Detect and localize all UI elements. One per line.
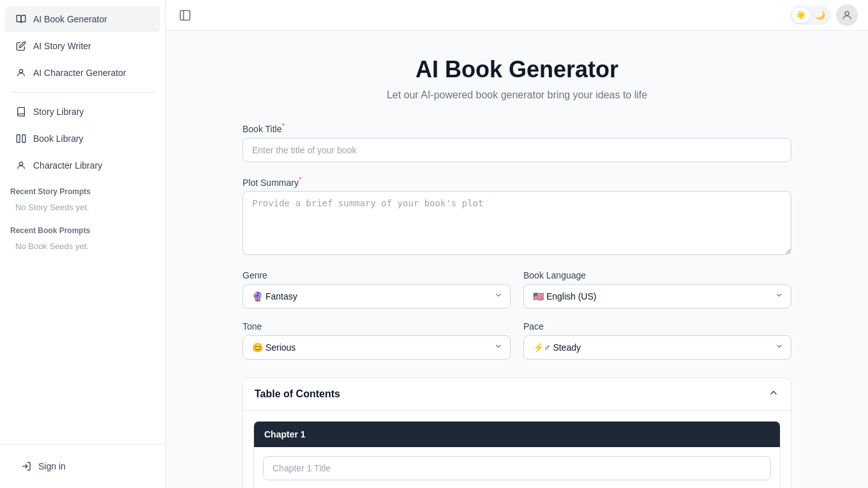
chapter-1-header: Chapter 1	[254, 422, 780, 447]
book-title-label: Book Title*	[243, 121, 791, 134]
light-mode-option[interactable]: ☀️	[792, 8, 810, 23]
sidebar: AI Book Generator AI Story Writer AI Cha…	[0, 0, 166, 488]
pencil-icon	[15, 40, 27, 52]
genre-language-row: Genre 🔮 Fantasy Book Language 🇺🇸 English…	[243, 270, 791, 309]
book-open-2-icon	[15, 133, 27, 144]
sidebar-item-label: AI Book Generator	[33, 14, 107, 24]
sign-in-label: Sign in	[38, 461, 66, 471]
pace-select[interactable]: ⚡♂ Steady	[523, 335, 791, 360]
sign-in-button[interactable]: Sign in	[10, 454, 155, 479]
genre-group: Genre 🔮 Fantasy	[243, 270, 511, 309]
main-content: AI Book Generator Let our AI-powered boo…	[230, 31, 804, 488]
book-icon	[15, 106, 27, 118]
plot-summary-input[interactable]	[243, 191, 791, 255]
sidebar-item-label: Character Library	[33, 160, 102, 171]
tone-select[interactable]: 😊 Serious	[243, 335, 511, 360]
svg-rect-1	[17, 135, 20, 142]
sidebar-item-ai-story-writer[interactable]: AI Story Writer	[5, 33, 160, 59]
dark-mode-option[interactable]: 🌙	[811, 8, 829, 23]
toc-title: Table of Contents	[255, 388, 340, 400]
sidebar-item-label: AI Story Writer	[33, 41, 91, 51]
genre-label: Genre	[243, 270, 511, 280]
topbar-left	[176, 6, 194, 24]
svg-rect-2	[22, 135, 26, 142]
user-circle-icon	[15, 67, 27, 79]
language-select-wrapper: 🇺🇸 English (US)	[523, 284, 791, 309]
book-language-group: Book Language 🇺🇸 English (US)	[523, 270, 791, 309]
pace-select-wrapper: ⚡♂ Steady	[523, 335, 791, 360]
plot-summary-group: Plot Summary*	[243, 175, 791, 258]
chapter-1-body	[254, 447, 780, 488]
topbar-right: ☀️ 🌙	[790, 4, 858, 26]
chapter-1-card: Chapter 1	[253, 421, 781, 488]
recent-story-prompts-label: Recent Story Prompts	[0, 179, 165, 199]
sidebar-toggle-button[interactable]	[176, 6, 194, 24]
language-select[interactable]: 🇺🇸 English (US)	[523, 284, 791, 309]
no-story-seeds-text: No Story Seeds yet.	[0, 199, 165, 218]
sidebar-item-story-library[interactable]: Story Library	[5, 99, 160, 125]
theme-toggle[interactable]: ☀️ 🌙	[790, 6, 831, 25]
svg-point-0	[19, 70, 22, 73]
toc-header[interactable]: Table of Contents	[243, 378, 791, 411]
book-title-input[interactable]	[243, 138, 791, 162]
plot-summary-label: Plot Summary*	[243, 175, 791, 188]
page-subtitle: Let our AI-powered book generator bring …	[243, 89, 791, 101]
tone-select-wrapper: 😊 Serious	[243, 335, 511, 360]
tone-label: Tone	[243, 321, 511, 332]
sidebar-item-book-library[interactable]: Book Library	[5, 126, 160, 151]
main-area: ☀️ 🌙 AI Book Generator Let our AI-powere…	[166, 0, 868, 488]
genre-select[interactable]: 🔮 Fantasy	[243, 284, 511, 309]
recent-book-prompts-label: Recent Book Prompts	[0, 218, 165, 238]
svg-rect-5	[181, 10, 190, 20]
toc-body: Chapter 1	[243, 411, 791, 488]
sun-icon: ☀️	[796, 10, 806, 20]
user-icon	[15, 160, 27, 171]
sidebar-item-ai-character-generator[interactable]: AI Character Generator	[5, 60, 160, 86]
tone-pace-row: Tone 😊 Serious Pace ⚡♂ Steady	[243, 321, 791, 360]
sidebar-item-label: AI Character Generator	[33, 68, 126, 78]
book-title-group: Book Title*	[243, 121, 791, 162]
page-title: AI Book Generator	[243, 56, 791, 83]
no-book-seeds-text: No Book Seeds yet.	[0, 238, 165, 257]
tone-group: Tone 😊 Serious	[243, 321, 511, 360]
table-of-contents-section: Table of Contents Chapter 1	[243, 377, 791, 488]
book-open-icon	[15, 13, 27, 25]
sidebar-item-label: Story Library	[33, 107, 84, 117]
chapter-1-title-input[interactable]	[263, 456, 771, 480]
sidebar-item-ai-book-generator[interactable]: AI Book Generator	[5, 6, 160, 32]
sign-in-icon	[20, 461, 32, 472]
svg-point-7	[845, 11, 849, 15]
book-language-label: Book Language	[523, 270, 791, 280]
sidebar-item-character-library[interactable]: Character Library	[5, 153, 160, 178]
pace-group: Pace ⚡♂ Steady	[523, 321, 791, 360]
genre-select-wrapper: 🔮 Fantasy	[243, 284, 511, 309]
avatar-button[interactable]	[836, 4, 858, 26]
toc-collapse-icon	[768, 387, 779, 401]
topbar: ☀️ 🌙	[166, 0, 868, 31]
moon-icon: 🌙	[815, 10, 825, 20]
pace-label: Pace	[523, 321, 791, 332]
sidebar-item-label: Book Library	[33, 133, 84, 144]
svg-point-3	[19, 162, 22, 165]
